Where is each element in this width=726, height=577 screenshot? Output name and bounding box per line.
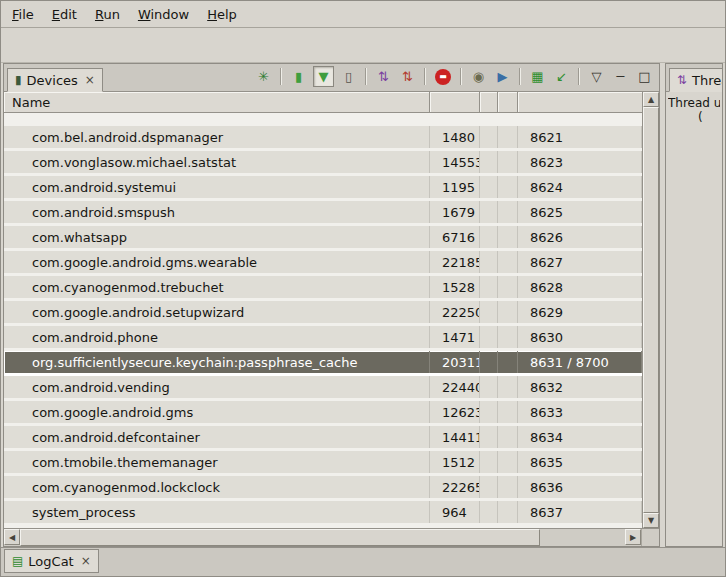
com.whatsapp[interactable]: com.whatsapp 6716 8626	[4, 226, 642, 251]
com.bel.android.dspmanager[interactable]: com.bel.android.dspmanager 1480 8621	[4, 126, 642, 151]
process-cell-3	[480, 201, 498, 223]
threads-message-line1: Thread up	[668, 96, 720, 110]
scroll-down-icon[interactable]: ▼	[643, 513, 659, 528]
vertical-scroll-thumb[interactable]	[643, 107, 659, 513]
com.google.android.setupwizard[interactable]: com.google.android.setupwizard 22250 862…	[4, 301, 642, 326]
process-cell-4	[498, 276, 518, 298]
close-icon[interactable]: ×	[85, 73, 95, 87]
threads-panel-body: Thread up (	[666, 92, 722, 546]
process-name: com.android.phone	[4, 326, 430, 348]
cause-gc-icon[interactable]: ▯	[339, 67, 358, 86]
view-menu-icon[interactable]: ▽	[587, 67, 606, 86]
close-icon[interactable]: ×	[81, 554, 91, 568]
process-port: 8632	[518, 376, 642, 398]
org.sufficientlysecure.keychain:passphrase_cache[interactable]: org.sufficientlysecure.keychain:passphra…	[4, 351, 642, 376]
process-pid: 1679	[430, 201, 480, 223]
com.android.phone[interactable]: com.android.phone 1471 8630	[4, 326, 642, 351]
process-name: com.whatsapp	[4, 226, 430, 248]
process-port: 8635	[518, 451, 642, 473]
com.android.vending[interactable]: com.android.vending 22440 8632	[4, 376, 642, 401]
scroll-right-icon[interactable]: ▶	[625, 529, 641, 545]
column-header-3[interactable]	[480, 92, 498, 112]
com.google.android.gms[interactable]: com.google.android.gms 12623 8633	[4, 401, 642, 426]
horizontal-scrollbar[interactable]: ◀ ▶	[4, 528, 659, 546]
com.android.smspush[interactable]: com.android.smspush 1679 8625	[4, 201, 642, 226]
menu-item[interactable]: Help	[198, 4, 246, 25]
com.cyanogenmod.lockclock[interactable]: com.cyanogenmod.lockclock 22265 8636	[4, 476, 642, 501]
column-header-4[interactable]	[498, 92, 518, 112]
toolbar-separator	[519, 68, 521, 85]
process-cell-3	[480, 376, 498, 398]
process-pid: 964	[430, 501, 480, 523]
process-cell-4	[498, 451, 518, 473]
process-pid: 6716	[430, 226, 480, 248]
devices-panel: ▮ Devices × ✳ ▮ ▼ ▯	[3, 63, 660, 547]
scroll-left-icon[interactable]: ◀	[4, 529, 20, 545]
com.tmobile.thememanager[interactable]: com.tmobile.thememanager 1512 8635	[4, 451, 642, 476]
column-header-pid[interactable]	[430, 92, 480, 112]
tab-threads[interactable]: ⇅ Threa	[669, 68, 723, 92]
process-cell-3	[480, 176, 498, 198]
process-pid: 20311	[430, 351, 480, 373]
process-pid: 14553	[430, 151, 480, 173]
tree-grid-icon[interactable]: ▦	[528, 67, 547, 86]
com.android.defcontainer[interactable]: com.android.defcontainer 14411 8634	[4, 426, 642, 451]
threads-tab-label: Threa	[692, 73, 723, 88]
update-threads-icon[interactable]: ⇅	[374, 67, 393, 86]
menu-item[interactable]: Edit	[43, 4, 86, 25]
horizontal-scroll-track[interactable]	[20, 529, 625, 546]
com.cyanogenmod.trebuchet[interactable]: com.cyanogenmod.trebuchet 1528 8628	[4, 276, 642, 301]
process-port: 8637	[518, 501, 642, 523]
toolbar-separator	[578, 68, 580, 85]
maximize-icon[interactable]: □	[635, 67, 654, 86]
stop-thread-updates-icon[interactable]: ⇅	[398, 67, 417, 86]
ddms-window: File Edit Run Window Help ▮ Devices ×	[0, 0, 726, 577]
tab-logcat[interactable]: ▤ LogCat ×	[4, 549, 99, 573]
process-name: system_process	[4, 501, 430, 523]
toolbar-strip	[1, 28, 725, 63]
process-name: com.cyanogenmod.trebuchet	[4, 276, 430, 298]
screen-record-icon[interactable]: ▶	[493, 67, 512, 86]
menu-item[interactable]: Run	[86, 4, 129, 25]
menu-item[interactable]: File	[3, 4, 43, 25]
stop-process-icon[interactable]: ▬	[435, 69, 451, 85]
process-name: com.vonglasow.michael.satstat	[4, 151, 430, 173]
com.android.systemui[interactable]: com.android.systemui 1195 8624	[4, 176, 642, 201]
horizontal-scroll-thumb[interactable]	[20, 529, 540, 546]
process-name: com.bel.android.dspmanager	[4, 126, 430, 148]
process-cell-4	[498, 126, 518, 148]
com.google.android.gms.wearable[interactable]: com.google.android.gms.wearable 22185 86…	[4, 251, 642, 276]
tab-devices[interactable]: ▮ Devices ×	[7, 68, 103, 92]
process-cell-4	[498, 326, 518, 348]
process-name: com.tmobile.thememanager	[4, 451, 430, 473]
dump-hprof-icon[interactable]: ▼	[313, 66, 334, 87]
process-name: com.android.vending	[4, 376, 430, 398]
logcat-tab-label: LogCat	[28, 554, 73, 569]
threads-tabbar: ⇅ Threa	[666, 64, 722, 92]
debug-process-icon[interactable]: ✳	[254, 67, 273, 86]
scrollbar-corner	[641, 529, 659, 546]
system_process[interactable]: system_process 964 8637	[4, 501, 642, 526]
update-heap-icon[interactable]: ▮	[289, 67, 308, 86]
column-header-port[interactable]	[518, 92, 642, 112]
process-cell-4	[498, 301, 518, 323]
tree-collapse-icon[interactable]: ↙	[552, 67, 571, 86]
process-port: 8634	[518, 426, 642, 448]
process-cell-3	[480, 326, 498, 348]
process-table: Name com.bel.android.dspmanager 1480	[4, 92, 659, 528]
vertical-scrollbar[interactable]: ▲ ▼	[642, 92, 659, 528]
process-cell-3	[480, 301, 498, 323]
process-pid: 22250	[430, 301, 480, 323]
com.vonglasow.michael.satstat[interactable]: com.vonglasow.michael.satstat 14553 8623	[4, 151, 642, 176]
logcat-tab-icon: ▤	[12, 555, 23, 567]
process-name: com.google.android.setupwizard	[4, 301, 430, 323]
scroll-up-icon[interactable]: ▲	[643, 92, 659, 107]
screen-capture-icon[interactable]: ◉	[469, 67, 488, 86]
menu-item[interactable]: Window	[129, 4, 198, 25]
devices-toolbar: ✳ ▮ ▼ ▯ ⇅ ⇅	[254, 66, 654, 87]
process-cell-4	[498, 426, 518, 448]
process-cell-4	[498, 226, 518, 248]
column-header-name[interactable]: Name	[4, 92, 430, 112]
process-pid: 14411	[430, 426, 480, 448]
minimize-icon[interactable]: ─	[611, 67, 630, 86]
